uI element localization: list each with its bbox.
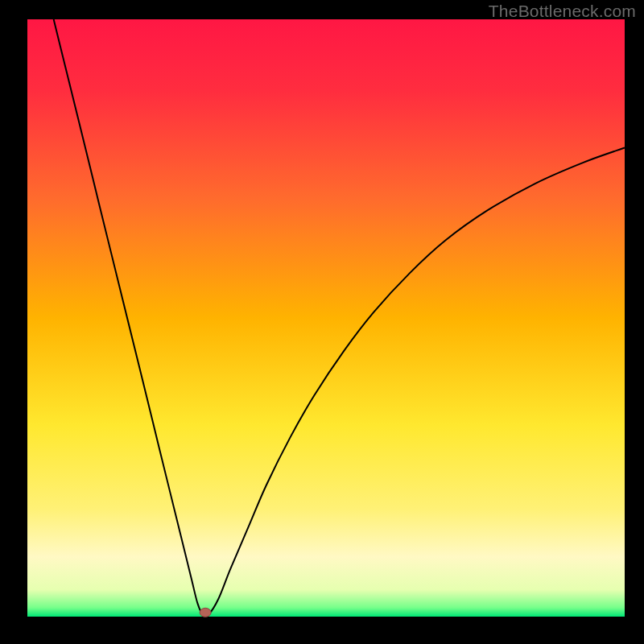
bottleneck-chart xyxy=(0,0,644,644)
chart-frame: { "watermark": "TheBottleneck.com", "col… xyxy=(0,0,644,644)
watermark-text: TheBottleneck.com xyxy=(489,2,636,21)
plot-background xyxy=(27,19,625,617)
optimal-point-marker xyxy=(200,608,211,617)
